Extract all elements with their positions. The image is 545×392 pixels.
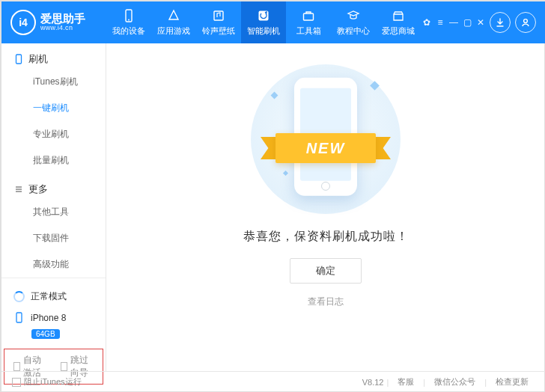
sidebar-item-download-firmware[interactable]: 下载固件 [1, 225, 106, 251]
tab-label: 工具箱 [296, 25, 321, 37]
checkbox-block-itunes[interactable]: 阻止iTunes运行 [12, 376, 82, 388]
download-icon [495, 17, 505, 28]
sidebar-item-advanced[interactable]: 高级功能 [1, 251, 106, 278]
checkbox-label: 阻止iTunes运行 [24, 376, 82, 388]
sidebar-item-other-tools[interactable]: 其他工具 [1, 199, 106, 225]
device-mode[interactable]: 正常模式 [13, 286, 97, 307]
confirm-button[interactable]: 确定 [290, 258, 362, 284]
main-content: NEW 恭喜您，保资料刷机成功啦！ 确定 查看日志 [106, 43, 545, 371]
support-link[interactable]: 客服 [398, 376, 414, 388]
sidebar-item-itunes-flash[interactable]: iTunes刷机 [1, 69, 106, 95]
top-tabs: 我的设备 应用游戏 铃声壁纸 智能刷机 工具箱 教程中心 爱思商城 [106, 1, 422, 43]
svg-point-5 [524, 19, 528, 23]
group-title: 更多 [28, 183, 48, 196]
ringtone-icon [211, 8, 226, 23]
brand-name: 爱思助手 [40, 13, 85, 25]
theme-icon[interactable]: ✿ [422, 18, 431, 27]
success-illustration: NEW [251, 64, 401, 214]
wechat-link[interactable]: 微信公众号 [434, 376, 475, 388]
tab-label: 智能刷机 [247, 25, 280, 37]
phone-icon [13, 312, 25, 323]
sidebar-item-pro-flash[interactable]: 专业刷机 [1, 121, 106, 147]
capacity-badge: 64GB [31, 329, 60, 339]
svg-point-1 [128, 19, 130, 21]
flash-icon [256, 8, 271, 23]
view-log-link[interactable]: 查看日志 [308, 295, 344, 308]
checkbox-icon [61, 362, 67, 371]
tab-my-device[interactable]: 我的设备 [106, 1, 151, 43]
sidebar-device-panel: 正常模式 iPhone 8 64GB [1, 278, 106, 346]
app-header: i4 爱思助手 www.i4.cn 我的设备 应用游戏 铃声壁纸 智能刷机 工具… [1, 1, 545, 43]
group-title: 刷机 [28, 52, 48, 66]
checkbox-icon [13, 362, 20, 371]
minimize-icon[interactable]: ― [449, 18, 458, 27]
sidebar-group-flash: 刷机 [1, 43, 106, 69]
brand-url: www.i4.cn [40, 25, 85, 32]
svg-rect-2 [214, 11, 223, 20]
device-icon [121, 8, 136, 23]
tab-tutorial[interactable]: 教程中心 [331, 1, 376, 43]
sidebar-item-batch-flash[interactable]: 批量刷机 [1, 147, 106, 174]
tab-store[interactable]: 爱思商城 [376, 1, 421, 43]
new-ribbon: NEW [262, 130, 389, 166]
tab-flash[interactable]: 智能刷机 [241, 1, 286, 43]
sidebar-group-more: 更多 [1, 174, 106, 199]
tab-label: 应用游戏 [157, 25, 190, 37]
tab-ringtones[interactable]: 铃声壁纸 [196, 1, 241, 43]
check-update-link[interactable]: 检查更新 [496, 376, 529, 388]
phone-icon [13, 54, 24, 64]
brand-logo: i4 爱思助手 www.i4.cn [10, 10, 106, 35]
svg-rect-7 [16, 313, 22, 322]
device-name: iPhone 8 [31, 313, 66, 323]
sidebar: 刷机 iTunes刷机 一键刷机 专业刷机 批量刷机 更多 其他工具 下载固件 … [1, 43, 106, 371]
tab-label: 我的设备 [112, 25, 145, 37]
tutorial-icon [346, 8, 361, 23]
tab-label: 铃声壁纸 [202, 25, 235, 37]
tab-label: 教程中心 [337, 25, 370, 37]
ribbon-text: NEW [275, 133, 376, 163]
user-button[interactable] [515, 12, 536, 33]
spinner-icon [13, 291, 25, 302]
device-name-row[interactable]: iPhone 8 [13, 307, 97, 328]
svg-rect-4 [304, 13, 314, 20]
window-controls: ✿ ≡ ― ▢ ✕ [422, 18, 485, 27]
tab-label: 爱思商城 [382, 25, 415, 37]
tab-toolbox[interactable]: 工具箱 [286, 1, 331, 43]
menu-icon[interactable]: ≡ [436, 18, 445, 27]
apps-icon [166, 8, 181, 23]
status-bar: 阻止iTunes运行 V8.12 | 客服 | 微信公众号 | 检查更新 [1, 371, 545, 392]
download-button[interactable] [490, 12, 511, 33]
version-label: V8.12 [362, 378, 384, 387]
user-icon [520, 17, 531, 28]
toolbox-icon [301, 8, 316, 23]
success-message: 恭喜您，保资料刷机成功啦！ [243, 229, 409, 245]
mode-label: 正常模式 [31, 290, 67, 303]
maximize-icon[interactable]: ▢ [463, 18, 472, 27]
sidebar-item-oneclick-flash[interactable]: 一键刷机 [1, 95, 106, 121]
close-icon[interactable]: ✕ [476, 18, 485, 27]
tab-apps[interactable]: 应用游戏 [151, 1, 196, 43]
checkbox-icon [12, 378, 21, 387]
more-icon [13, 184, 24, 195]
svg-rect-6 [16, 55, 22, 64]
store-icon [391, 8, 406, 23]
logo-icon: i4 [10, 10, 36, 35]
